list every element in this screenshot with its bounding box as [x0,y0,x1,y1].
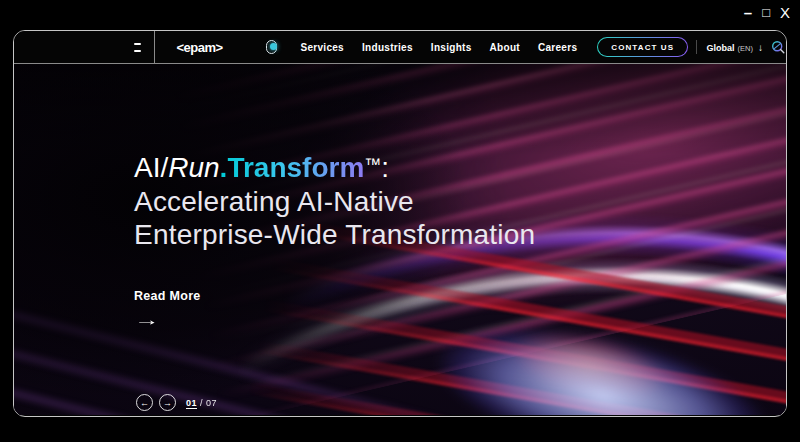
site-navbar: <epam> Services Industries Insights Abou… [14,31,786,64]
read-more-link[interactable]: Read More [134,289,535,303]
titlebar: – □ X [744,4,790,21]
carousel-total-pages: 07 [206,398,217,408]
locale-lang-label: (EN) [738,44,753,53]
hamburger-menu-icon[interactable] [134,43,141,52]
carousel-pagination: 01 / 07 [186,398,217,408]
title-prefix: AI/ [134,152,168,183]
carousel-current-page: 01 [186,398,197,408]
theme-toggle[interactable] [266,40,278,54]
chevron-down-icon: ↓ [758,42,763,53]
toggle-dot [270,43,277,50]
carousel-next-button[interactable]: → [159,394,176,411]
close-button[interactable]: X [780,4,790,21]
nav-links: Services Industries Insights About Caree… [300,42,577,53]
title-gradient-word: .Transform [220,152,365,183]
read-more-arrow-icon[interactable]: → [134,311,160,328]
browser-window: <epam> Services Industries Insights Abou… [13,30,787,417]
hero-title: AI/Run.Transform™: [134,148,535,185]
carousel-separator: / [197,398,206,408]
hero-section: AI/Run.Transform™: Accelerating AI-Nativ… [14,64,786,415]
nav-link-industries[interactable]: Industries [362,42,413,53]
nav-link-services[interactable]: Services [300,42,344,53]
search-icon[interactable] [771,40,786,55]
nav-link-insights[interactable]: Insights [431,42,472,53]
carousel-prev-button[interactable]: ← [136,394,153,411]
nav-link-about[interactable]: About [490,42,520,53]
trademark-symbol: ™ [364,155,381,174]
title-product: Run [168,152,219,183]
epam-logo[interactable]: <epam> [176,40,222,55]
minimize-button[interactable]: – [744,4,752,21]
carousel-controls: ← → 01 / 07 [136,394,217,411]
hero-subtitle-line1: Accelerating AI-Native [134,185,535,218]
contact-us-button[interactable]: CONTACT US [597,37,688,57]
locale-region-label: Global [707,43,735,53]
nav-link-careers[interactable]: Careers [538,42,577,53]
language-selector[interactable]: Global (EN) ↓ [707,42,763,53]
maximize-button[interactable]: □ [762,5,770,20]
hero-subtitle-line2: Enterprise-Wide Transformation [134,218,535,251]
hero-content: AI/Run.Transform™: Accelerating AI-Nativ… [134,148,535,329]
title-colon: : [381,152,389,183]
